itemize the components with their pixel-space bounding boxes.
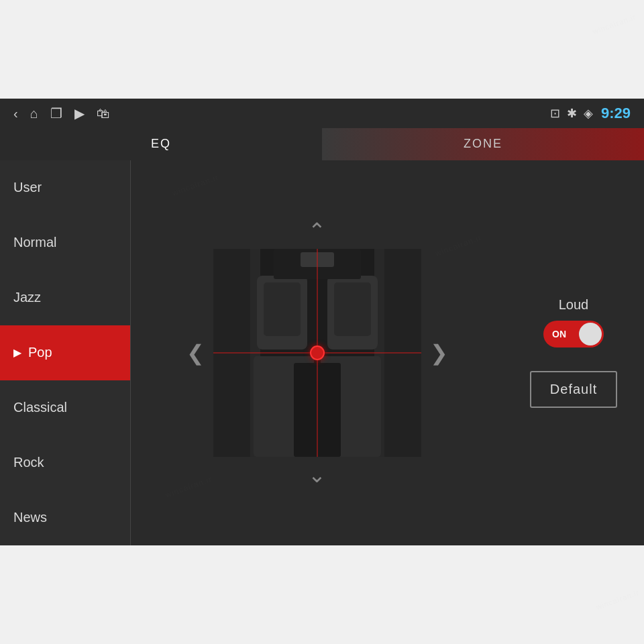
zone-up-button[interactable]: ⌃ [303, 213, 331, 249]
sidebar-item-normal[interactable]: Normal [0, 215, 130, 270]
sidebar: User Normal Jazz ▶ Pop Classical Rock Ne… [0, 160, 131, 545]
zone-right-button[interactable]: ❯ [425, 335, 453, 371]
time-display: 9:29 [601, 105, 631, 122]
zone-left-button[interactable]: ❮ [181, 335, 210, 371]
toggle-thumb [579, 323, 602, 345]
status-bar-right: ⊡ ✱ ◈ 9:29 [550, 105, 631, 122]
sidebar-item-rock[interactable]: Rock [0, 435, 130, 490]
wifi-icon: ◈ [584, 106, 593, 121]
horizontal-row: ❮ [181, 249, 453, 457]
loud-section: Loud ON [543, 297, 604, 347]
crosshair-dot [310, 345, 325, 360]
device-frame: ‹ ⌂ ❐ ▶ 🛍 ⊡ ✱ ◈ 9:29 EQ ZONE User [0, 0, 644, 644]
tab-zone[interactable]: ZONE [322, 128, 644, 160]
status-bar: ‹ ⌂ ❐ ▶ 🛍 ⊡ ✱ ◈ 9:29 [0, 99, 644, 128]
watermark-3: wincairan.ir [164, 474, 213, 500]
status-icons: ⊡ ✱ ◈ [550, 106, 593, 121]
sidebar-item-jazz[interactable]: Jazz [0, 270, 130, 325]
camera-button[interactable]: ▶ [74, 105, 85, 121]
right-panel: wincairan.ir wincairan.ir Loud ON Defaul… [503, 160, 644, 545]
tab-eq[interactable]: EQ [0, 128, 322, 160]
play-icon: ▶ [13, 346, 21, 359]
zone-display [213, 249, 421, 457]
sidebar-item-classical[interactable]: Classical [0, 380, 130, 435]
toggle-on-label: ON [552, 329, 566, 339]
cast-icon: ⊡ [550, 106, 560, 121]
bluetooth-icon: ✱ [567, 106, 577, 121]
loud-label: Loud [559, 297, 589, 313]
zone-down-button[interactable]: ⌄ [303, 457, 331, 493]
svg-rect-11 [334, 282, 371, 336]
sidebar-item-pop[interactable]: ▶ Pop [0, 325, 130, 380]
bag-button[interactable]: 🛍 [97, 106, 110, 121]
sidebar-item-user[interactable]: User [0, 160, 130, 215]
center-content: wincairan.ir wincairan.ir wincairan.ir ⌃… [131, 160, 503, 545]
windows-button[interactable]: ❐ [50, 105, 62, 121]
default-button[interactable]: Default [530, 371, 617, 408]
main-content: User Normal Jazz ▶ Pop Classical Rock Ne… [0, 160, 644, 545]
loud-toggle[interactable]: ON [543, 321, 604, 347]
watermark-1: wincairan.ir [171, 172, 220, 198]
top-border [0, 0, 644, 99]
sidebar-item-news[interactable]: News [0, 490, 130, 545]
tab-bar: EQ ZONE [0, 128, 644, 160]
back-button[interactable]: ‹ [13, 106, 18, 121]
home-button[interactable]: ⌂ [30, 106, 38, 121]
svg-rect-10 [264, 282, 301, 336]
bottom-border [0, 545, 644, 644]
